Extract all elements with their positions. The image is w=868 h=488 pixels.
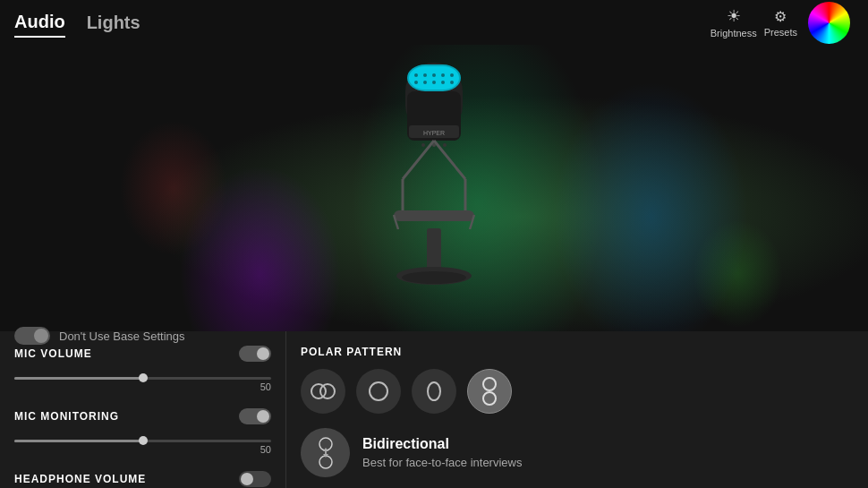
polar-omni-button[interactable] bbox=[412, 369, 456, 414]
header-right: ☀ Brightness ⚙ Presets bbox=[711, 0, 854, 47]
svg-point-4 bbox=[423, 73, 427, 77]
brightness-button[interactable]: ☀ Brightness bbox=[711, 6, 757, 39]
svg-point-18 bbox=[443, 143, 447, 147]
svg-point-28 bbox=[402, 271, 466, 284]
headphone-volume-knob bbox=[241, 473, 253, 485]
svg-rect-2 bbox=[409, 66, 459, 90]
headphone-volume-toggle[interactable] bbox=[239, 471, 271, 487]
mic-volume-section: MIC VOLUME 50 bbox=[14, 346, 271, 387]
svg-point-6 bbox=[441, 73, 445, 77]
mic-monitoring-knob bbox=[257, 410, 269, 423]
headphone-volume-header: HEADPHONE VOLUME bbox=[14, 471, 271, 487]
sliders-icon: ⚙ bbox=[774, 8, 787, 25]
mic-volume-knob bbox=[257, 347, 269, 360]
sun-icon: ☀ bbox=[727, 6, 741, 26]
svg-point-36 bbox=[319, 456, 332, 468]
svg-point-32 bbox=[428, 382, 440, 400]
svg-point-31 bbox=[370, 382, 387, 400]
mic-volume-thumb[interactable] bbox=[139, 373, 148, 382]
polar-pattern-title: POLAR PATTERN bbox=[301, 346, 854, 358]
toggle-knob bbox=[34, 329, 48, 343]
svg-text:HYPER: HYPER bbox=[423, 130, 445, 136]
microphone-image: HYPER bbox=[345, 45, 523, 331]
svg-point-9 bbox=[423, 81, 427, 84]
preset-thumbnail[interactable] bbox=[804, 0, 854, 47]
mic-volume-header: MIC VOLUME bbox=[14, 346, 271, 362]
mic-monitoring-header: MIC MONITORING bbox=[14, 408, 271, 424]
polar-stereo-button[interactable] bbox=[301, 369, 345, 414]
polar-pattern-icons bbox=[301, 369, 854, 414]
svg-rect-26 bbox=[427, 228, 441, 273]
svg-point-3 bbox=[414, 73, 418, 77]
svg-point-16 bbox=[421, 143, 425, 147]
svg-point-33 bbox=[483, 378, 496, 390]
tab-lights[interactable]: Lights bbox=[87, 9, 140, 37]
mic-volume-fill bbox=[14, 377, 143, 380]
svg-line-19 bbox=[403, 141, 434, 179]
polar-text: Bidirectional Best for face-to-face inte… bbox=[362, 436, 522, 469]
mic-volume-value: 50 bbox=[260, 381, 271, 392]
mic-monitoring-slider[interactable]: 50 bbox=[14, 432, 271, 449]
base-settings-label: Don't Use Base Settings bbox=[59, 330, 185, 343]
svg-point-11 bbox=[441, 81, 445, 84]
hero-section: HYPER bbox=[0, 45, 868, 331]
mic-monitoring-value: 50 bbox=[260, 444, 271, 455]
microphone-svg: HYPER bbox=[362, 54, 506, 322]
left-panel: MIC VOLUME 50 MIC MONITORING bbox=[0, 331, 286, 488]
mic-volume-title: MIC VOLUME bbox=[14, 347, 92, 360]
polar-cardioid-button[interactable] bbox=[356, 369, 401, 414]
controls-panel: MIC VOLUME 50 MIC MONITORING bbox=[0, 331, 868, 488]
svg-point-7 bbox=[450, 73, 454, 77]
polar-selected-icon bbox=[301, 428, 350, 477]
svg-point-10 bbox=[432, 81, 436, 84]
polar-selected-name: Bidirectional bbox=[362, 436, 522, 452]
brightness-label: Brightness bbox=[711, 28, 757, 39]
headphone-volume-section: HEADPHONE VOLUME 50 bbox=[14, 471, 271, 488]
presets-button[interactable]: ⚙ Presets bbox=[764, 8, 797, 38]
header: Audio Lights ☀ Brightness ⚙ Presets bbox=[0, 0, 868, 45]
mic-volume-toggle[interactable] bbox=[239, 346, 271, 362]
svg-rect-23 bbox=[394, 210, 474, 221]
mic-monitoring-thumb[interactable] bbox=[139, 436, 148, 445]
mic-monitoring-toggle[interactable] bbox=[239, 408, 271, 424]
svg-point-12 bbox=[450, 81, 454, 84]
svg-line-20 bbox=[434, 141, 465, 179]
polar-selected-description: Best for face-to-face interviews bbox=[362, 456, 522, 469]
headphone-volume-title: HEADPHONE VOLUME bbox=[14, 473, 146, 485]
mic-volume-slider[interactable]: 50 bbox=[14, 369, 271, 387]
mic-volume-track: 50 bbox=[14, 377, 271, 380]
nav-tabs: Audio Lights bbox=[14, 8, 140, 38]
svg-point-30 bbox=[320, 384, 335, 398]
polar-pattern-info: Bidirectional Best for face-to-face inte… bbox=[301, 428, 854, 477]
mic-monitoring-fill bbox=[14, 440, 143, 442]
mic-monitoring-title: MIC MONITORING bbox=[14, 410, 119, 423]
mic-monitoring-track: 50 bbox=[14, 440, 271, 442]
svg-point-5 bbox=[432, 73, 436, 77]
presets-label: Presets bbox=[764, 27, 797, 38]
base-settings-toggle-row: Don't Use Base Settings bbox=[14, 327, 185, 345]
tab-audio[interactable]: Audio bbox=[14, 8, 65, 38]
right-panel: POLAR PATTERN bbox=[286, 331, 868, 488]
svg-point-8 bbox=[414, 81, 418, 84]
svg-point-34 bbox=[483, 392, 496, 405]
mic-monitoring-section: MIC MONITORING 50 bbox=[14, 408, 271, 449]
base-settings-toggle[interactable] bbox=[14, 327, 50, 345]
polar-bidirectional-button[interactable] bbox=[467, 369, 512, 414]
